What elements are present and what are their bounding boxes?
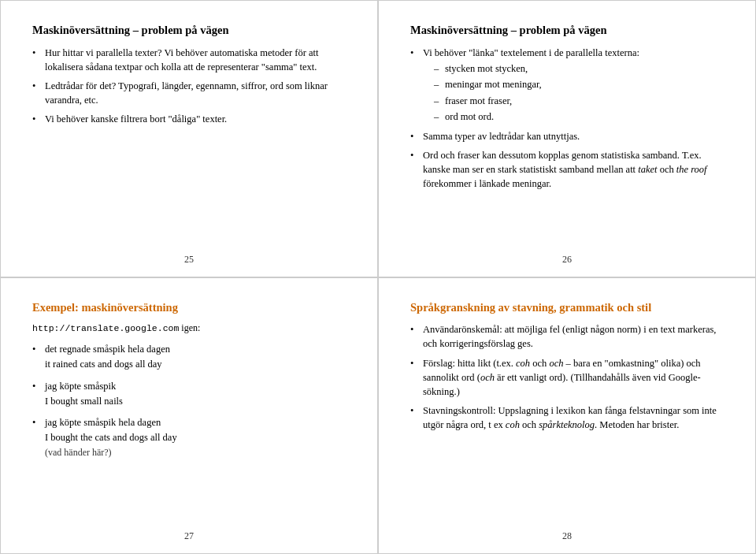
translation-block-3: jag köpte småspik hela dagen I bought th… <box>45 415 346 460</box>
italic-the-roof: the roof <box>676 164 707 175</box>
bullet-text: Ord och fraser kan dessutom kopplas geno… <box>423 150 707 189</box>
bullet-text: Ledtrådar för det? Typografi, längder, e… <box>45 80 328 106</box>
bullet-text: Förslag: hitta likt (t.ex. coh och och –… <box>423 358 701 397</box>
page-number-26: 26 <box>562 254 572 266</box>
translation-block-2: jag köpte småspik I bought small nails <box>45 379 346 408</box>
english-text-2: I bought small nails <box>45 394 346 408</box>
bullet-text: Användarönskemål: att möjliga fel (enlig… <box>423 324 716 349</box>
page-number-27: 27 <box>184 530 194 542</box>
bullet-text: Samma typer av ledtrådar kan utnyttjas. <box>423 131 580 142</box>
panel-27: Exempel: maskinöversättning http://trans… <box>0 277 378 555</box>
list-item: Ledtrådar för det? Typografi, längder, e… <box>32 79 346 107</box>
list-item: stycken mot stycken, <box>434 62 724 76</box>
panel-27-list: det regnade småspik hela dagen it rained… <box>32 342 346 459</box>
italic-coh: coh <box>516 358 530 369</box>
swedish-text-3: jag köpte småspik hela dagen <box>45 415 346 429</box>
bullet-text: Hur hittar vi parallella texter? Vi behö… <box>45 47 319 73</box>
bullet-text: Vi behöver kanske filtrera bort "dåliga"… <box>45 113 227 125</box>
italic-och: och <box>549 358 563 369</box>
english-text-1: it rained cats and dogs all day <box>45 357 346 371</box>
list-item-samband: Ord och fraser kan dessutom kopplas geno… <box>410 148 724 191</box>
translation-item-1: det regnade småspik hela dagen it rained… <box>32 342 346 371</box>
list-item-lanka: Vi behöver "länka" textelement i de para… <box>410 46 724 125</box>
paren-note: (vad händer här?) <box>45 446 346 459</box>
dash-text: meningar mot meningar, <box>445 79 542 90</box>
panel-26: Maskinöversättning – problem på vägen Vi… <box>378 0 756 277</box>
list-item: meningar mot meningar, <box>434 78 724 92</box>
url-suffix: igen: <box>181 322 200 333</box>
english-text-3: I bought the cats and dogs all day <box>45 430 346 444</box>
swedish-text-1: det regnade småspik hela dagen <box>45 342 346 356</box>
italic-taket: taket <box>638 164 657 175</box>
italic-sparkteknolog: spårkteknolog <box>539 419 595 430</box>
panel-25-list: Hur hittar vi parallella texter? Vi behö… <box>32 46 346 127</box>
list-item: ord mot ord. <box>434 110 724 125</box>
list-item: Vi behöver kanske filtrera bort "dåliga"… <box>32 112 346 126</box>
list-item: Samma typer av ledtrådar kan utnyttjas. <box>410 129 724 143</box>
page-number-28: 28 <box>562 530 572 542</box>
panel-28: Språkgranskning av stavning, grammatik o… <box>378 277 756 555</box>
url-text: http://translate.google.com <box>32 323 179 333</box>
italic-coh2: coh <box>506 419 520 430</box>
panel-25-title: Maskinöversättning – problem på vägen <box>32 23 346 38</box>
bullet-text: Stavningskontroll: Uppslagning i lexikon… <box>423 405 717 430</box>
panel-28-list: Användarönskemål: att möjliga fel (enlig… <box>410 322 724 432</box>
list-item: Hur hittar vi parallella texter? Vi behö… <box>32 46 346 74</box>
translation-item-2: jag köpte småspik I bought small nails <box>32 379 346 408</box>
dash-text: stycken mot stycken, <box>445 63 528 74</box>
page-number-25: 25 <box>184 254 194 266</box>
panel-28-title: Språkgranskning av stavning, grammatik o… <box>410 300 724 315</box>
translation-block-1: det regnade småspik hela dagen it rained… <box>45 342 346 371</box>
url-line: http://translate.google.com igen: <box>32 322 346 334</box>
list-item-forslag: Förslag: hitta likt (t.ex. coh och och –… <box>410 356 724 399</box>
dash-text: ord mot ord. <box>445 111 494 122</box>
list-item-anvandare: Användarönskemål: att möjliga fel (enlig… <box>410 322 724 351</box>
panel-26-title: Maskinöversättning – problem på vägen <box>410 23 724 38</box>
dash-sublist: stycken mot stycken, meningar mot mening… <box>434 62 724 125</box>
list-item: fraser mot fraser, <box>434 95 724 109</box>
swedish-text-2: jag köpte småspik <box>45 379 346 393</box>
lanka-intro: Vi behöver "länka" textelement i de para… <box>423 47 639 58</box>
italic-och2: och <box>480 372 495 383</box>
panel-25: Maskinöversättning – problem på vägen Hu… <box>0 0 378 277</box>
full-layout: Maskinöversättning – problem på vägen Hu… <box>0 0 756 554</box>
panel-27-title: Exempel: maskinöversättning <box>32 300 346 315</box>
dash-text: fraser mot fraser, <box>445 95 512 106</box>
list-item-stavning: Stavningskontroll: Uppslagning i lexikon… <box>410 403 724 432</box>
translation-item-3: jag köpte småspik hela dagen I bought th… <box>32 415 346 460</box>
panel-26-list: Vi behöver "länka" textelement i de para… <box>410 46 724 191</box>
